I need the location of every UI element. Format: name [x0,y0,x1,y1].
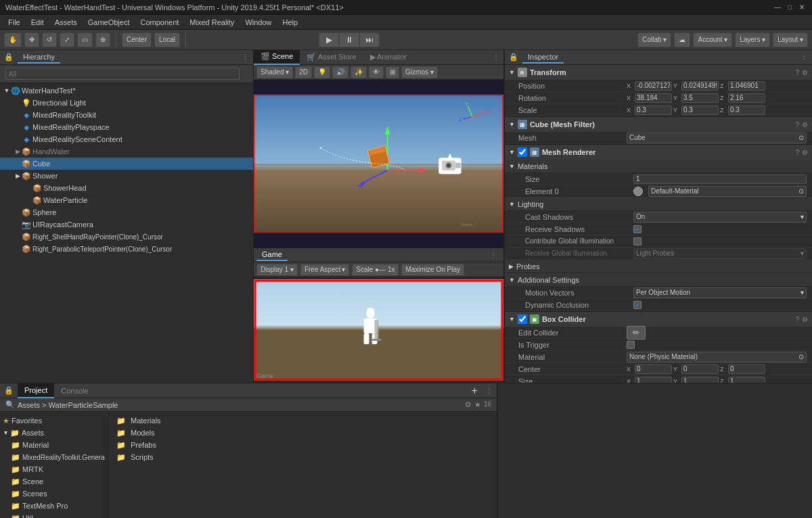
position-x-input[interactable] [635,81,672,91]
maximize-button[interactable]: □ [785,3,794,12]
asset-materials-folder[interactable]: 📁 Materials [111,415,494,427]
center-y-input[interactable] [681,364,719,374]
mesh-renderer-header[interactable]: ▼ ▦ Mesh Renderer ? ⚙ [505,145,812,160]
material-item[interactable]: 📁 Material [0,439,108,451]
rotate-tool-button[interactable]: ↺ [42,32,57,47]
dynamic-occlusion-checkbox[interactable]: ✓ [633,301,641,309]
layers-button[interactable]: Layers ▾ [735,32,770,47]
center-z-input[interactable] [728,364,765,374]
favorites-item[interactable]: ★ Favorites [0,415,108,427]
rect-tool-button[interactable]: ▭ [77,32,93,47]
assets-root-item[interactable]: ▼ 📁 Assets [0,427,108,439]
asset-scripts-folder[interactable]: 📁 Scripts [111,451,494,463]
scale-y-input[interactable] [681,105,719,115]
scene-grid-button[interactable]: ⊞ [386,66,399,78]
project-fav-icon[interactable]: ⚙ [465,400,472,409]
inspector-more-icon[interactable]: ⋮ [800,53,808,62]
hier-item-sphere[interactable]: 📦 Sphere [0,206,253,218]
account-button[interactable]: Account ▾ [693,32,732,47]
project-lock-icon[interactable]: 🔒 [0,386,18,395]
scene-lighting-button[interactable]: 💡 [314,66,330,78]
move-tool-button[interactable]: ✥ [24,32,39,47]
game-aspect-dropdown[interactable]: Free Aspect ▾ [300,264,349,276]
project-add-btn[interactable]: + [468,385,482,397]
menu-window[interactable]: Window [240,17,277,28]
additional-settings-foldout[interactable]: ▼ Additional Settings [505,273,812,287]
materials-foldout[interactable]: ▼ Materials [505,160,812,173]
is-trigger-checkbox[interactable] [627,341,635,349]
game-display-dropdown[interactable]: Display 1 ▾ [256,264,298,276]
shading-dropdown[interactable]: Shaded ▾ [256,66,293,78]
minimize-button[interactable]: — [773,3,782,12]
contrib-gi-checkbox[interactable] [633,237,641,245]
mesh-filter-header[interactable]: ▼ ▦ Cube (Mesh Filter) ? ⚙ [505,117,812,132]
game-maximize-btn[interactable]: Maximize On Play [401,264,464,276]
cast-shadows-dropdown[interactable]: On ▾ [633,212,807,222]
mesh-dropdown[interactable]: Cube ⊙ [627,133,807,143]
scale-tool-button[interactable]: ⤢ [60,32,74,47]
scene-gizmos-button[interactable]: Gizmos ▾ [401,66,438,78]
pivot-local-button[interactable]: Local [154,32,180,47]
mesh-filter-help-btn[interactable]: ? [795,121,799,128]
menu-component[interactable]: Component [135,17,184,28]
size-x-input[interactable] [635,377,672,383]
size-z-input[interactable] [728,377,765,383]
play-button[interactable]: ▶ [319,32,339,47]
hier-item-showerhead[interactable]: 📦 ShowerHead [0,182,253,194]
pause-button[interactable]: ⏸ [339,32,359,47]
textmeshpro-item[interactable]: 📁 TextMesh Pro [0,500,108,512]
project-more-btn[interactable]: ⋮ [482,387,497,394]
position-y-input[interactable] [681,81,719,91]
asset-prefabs-folder[interactable]: 📁 Prefabs [111,439,494,451]
hierarchy-search-input[interactable] [5,68,240,80]
collab-button[interactable]: Collab ▾ [637,32,671,47]
pivot-center-button[interactable]: Center [122,32,152,47]
menu-assets[interactable]: Assets [49,17,83,28]
edit-collider-btn[interactable]: ✏ [627,326,646,339]
mat-element0-dropdown[interactable]: Default-Material ⊙ [648,186,807,197]
rotation-y-input[interactable] [681,93,719,103]
game-viewport[interactable]: Game [254,277,503,383]
project-star-icon[interactable]: ★ [474,400,481,409]
box-collider-enabled-checkbox[interactable] [518,314,527,324]
hier-item-handwater[interactable]: ▶ 📦 HandWater [0,145,253,158]
size-y-input[interactable] [681,377,719,383]
console-tab[interactable]: Console [54,383,95,398]
project-tab[interactable]: Project [18,383,54,398]
transform-settings-btn[interactable]: ⚙ [802,69,808,76]
motion-vectors-dropdown[interactable]: Per Object Motion ▾ [633,287,807,298]
hier-item-dirlight[interactable]: 💡 Directional Light [0,97,253,109]
receive-shadows-checkbox[interactable]: ✓ [633,225,641,233]
hierarchy-more-icon[interactable]: ⋮ [242,53,249,62]
menu-help[interactable]: Help [277,17,304,28]
box-collider-settings-btn[interactable]: ⚙ [802,316,808,323]
inspector-tab[interactable]: Inspector [522,51,564,64]
scene-audio-button[interactable]: 🔊 [332,66,348,78]
mrtk-genera-item[interactable]: 📁 MixedRealityToolkit.Genera [0,451,108,463]
box-collider-header[interactable]: ▼ ▣ Box Collider ? ⚙ [505,312,812,327]
hier-item-mrplayspace[interactable]: ◈ MixedRealityPlayspace [0,121,253,133]
hier-item-waterparticle[interactable]: 📦 WaterParticle [0,194,253,206]
menu-gameobject[interactable]: GameObject [83,17,135,28]
menu-file[interactable]: File [3,17,26,28]
transform-tool-button[interactable]: ⊕ [95,32,110,47]
probes-foldout[interactable]: ▶ Probes [505,260,812,273]
rotation-z-input[interactable] [728,93,765,103]
lighting-foldout[interactable]: ▼ Lighting [505,197,812,211]
collider-material-dropdown[interactable]: None (Physic Material) ⊙ [627,352,807,362]
scale-z-input[interactable] [728,105,765,115]
step-button[interactable]: ⏭ [359,32,380,47]
hier-item-mrtoolkit[interactable]: ◈ MixedRealityToolkit [0,109,253,121]
hierarchy-lock-icon[interactable]: 🔒 [4,53,14,62]
game-tab-label[interactable]: Game [256,249,288,261]
menu-mixed-reality[interactable]: Mixed Reality [184,17,240,28]
scene-viewport[interactable]: X Y Z [254,80,503,248]
hierarchy-tab[interactable]: Hierarchy [18,51,60,64]
cloud-button[interactable]: ☁ [674,32,690,47]
rotation-x-input[interactable] [635,93,672,103]
mrtk-item[interactable]: 📁 MRTK [0,463,108,475]
hier-item-uiraycast[interactable]: 📷 UIRaycastCamera [0,218,253,231]
scene-hidden-button[interactable]: 👁 [369,66,384,78]
mesh-filter-settings-btn[interactable]: ⚙ [802,121,808,128]
close-button[interactable]: ✕ [797,3,807,12]
